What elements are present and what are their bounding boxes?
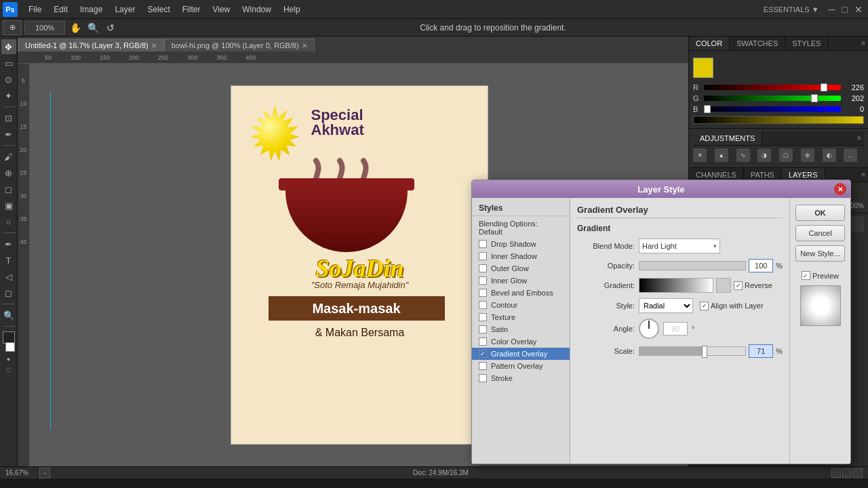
adj-levels[interactable]: ▲ xyxy=(715,148,728,162)
move-tool[interactable]: ✥ xyxy=(1,39,16,54)
adj-curves[interactable]: ∿ xyxy=(736,148,750,162)
outer-glow-checkbox[interactable] xyxy=(479,264,487,272)
minimize-button[interactable]: ─ xyxy=(826,4,838,15)
gradient-options-button[interactable]: ▾ xyxy=(716,278,731,293)
zoom-out-button[interactable]: − xyxy=(39,468,50,479)
maximize-button[interactable]: □ xyxy=(840,4,850,15)
style-select[interactable]: Radial Linear Angle Reflected Diamond xyxy=(639,298,693,313)
style-drop-shadow[interactable]: Drop Shadow xyxy=(472,238,570,250)
style-contour[interactable]: Contour xyxy=(472,299,570,311)
tab-bowl[interactable]: bowl-hi.png @ 100% (Layer 0, RGB/8) ✕ xyxy=(164,39,315,52)
marquee-tool[interactable]: ▭ xyxy=(1,56,16,70)
eraser-tool[interactable]: ◻ xyxy=(1,182,16,197)
menu-edit[interactable]: Edit xyxy=(48,3,73,16)
green-value[interactable]: 202 xyxy=(844,94,864,102)
cancel-button[interactable]: Cancel xyxy=(795,225,845,241)
style-gradient-overlay[interactable]: Gradient Overlay xyxy=(472,348,570,360)
gradient-tool[interactable]: ▣ xyxy=(1,198,16,213)
gradient-overlay-checkbox[interactable] xyxy=(479,350,487,358)
shape-tool[interactable]: ◻ xyxy=(1,285,16,300)
quick-mask[interactable]: ● xyxy=(7,356,10,363)
drop-shadow-checkbox[interactable] xyxy=(479,240,487,248)
blue-value[interactable]: 0 xyxy=(844,105,864,113)
scale-input[interactable]: 71 xyxy=(749,344,773,358)
adj-bw[interactable]: ◐ xyxy=(823,148,836,162)
brush-tool[interactable]: 🖌 xyxy=(1,149,16,164)
zoom-tool[interactable]: 🔍 xyxy=(85,20,100,35)
adj-brightness[interactable]: ☀ xyxy=(693,148,707,162)
style-stroke[interactable]: Stroke xyxy=(472,372,570,384)
pen-tool[interactable]: ✒ xyxy=(1,237,16,251)
color-overlay-checkbox[interactable] xyxy=(479,338,487,346)
adj-more[interactable]: ... xyxy=(844,148,857,162)
satin-checkbox[interactable] xyxy=(479,325,487,333)
menu-image[interactable]: Image xyxy=(75,3,108,16)
angle-input[interactable]: 90 xyxy=(663,322,688,336)
style-color-overlay[interactable]: Color Overlay xyxy=(472,336,570,348)
color-ramp[interactable] xyxy=(693,116,864,124)
tab-untitled-close[interactable]: ✕ xyxy=(151,42,157,49)
style-inner-shadow[interactable]: Inner Shadow xyxy=(472,250,570,262)
rotate-tool[interactable]: ↺ xyxy=(103,20,118,35)
angle-dial[interactable] xyxy=(639,319,659,339)
red-track[interactable] xyxy=(704,85,841,90)
blue-thumb[interactable] xyxy=(704,105,711,113)
red-value[interactable]: 226 xyxy=(844,83,864,92)
green-track[interactable] xyxy=(704,96,841,101)
tab-swatches[interactable]: SWATCHES xyxy=(730,37,785,50)
menu-window[interactable]: Window xyxy=(237,3,277,16)
style-pattern-overlay[interactable]: Pattern Overlay xyxy=(472,360,570,372)
path-tool[interactable]: ◁ xyxy=(1,269,16,284)
opacity-slider[interactable] xyxy=(639,261,746,270)
zoom-input[interactable]: 100% xyxy=(24,21,65,35)
tool-mode-button[interactable]: ⊕ xyxy=(3,20,22,35)
green-thumb[interactable] xyxy=(811,94,818,102)
inner-glow-checkbox[interactable] xyxy=(479,277,487,285)
crop-tool[interactable]: ⊡ xyxy=(1,110,16,125)
background-color[interactable] xyxy=(5,342,15,352)
inner-shadow-checkbox[interactable] xyxy=(479,252,487,260)
foreground-swatch[interactable] xyxy=(693,58,713,78)
lasso-tool[interactable]: ⊙ xyxy=(1,72,16,87)
menu-layer[interactable]: Layer xyxy=(109,3,140,16)
contour-checkbox[interactable] xyxy=(479,301,487,309)
blend-mode-select[interactable]: Hard Light ▾ xyxy=(639,239,720,253)
menu-view[interactable]: View xyxy=(207,3,235,16)
dialog-close-button[interactable]: ✕ xyxy=(834,183,846,195)
reverse-checkbox[interactable] xyxy=(734,281,743,290)
red-thumb[interactable] xyxy=(821,83,827,92)
tab-color[interactable]: COLOR xyxy=(689,37,730,50)
tab-bowl-close[interactable]: ✕ xyxy=(302,42,307,49)
style-texture[interactable]: Texture xyxy=(472,311,570,323)
menu-help[interactable]: Help xyxy=(278,3,306,16)
scale-slider[interactable] xyxy=(639,346,746,356)
bottom-tool-3[interactable] xyxy=(853,468,863,478)
bottom-tool-2[interactable] xyxy=(842,468,852,478)
bottom-tool-1[interactable] xyxy=(831,468,841,478)
stroke-checkbox[interactable] xyxy=(479,374,487,382)
adj-panel-menu[interactable]: ≡ xyxy=(854,131,864,145)
hand-tool[interactable]: ✋ xyxy=(68,20,83,35)
bevel-emboss-checkbox[interactable] xyxy=(479,289,487,297)
tab-untitled[interactable]: Untitled-1 @ 16.7% (Layer 3, RGB/8) ✕ xyxy=(18,39,164,52)
eyedropper-tool[interactable]: ✒ xyxy=(1,127,16,142)
new-style-button[interactable]: New Style... xyxy=(795,245,845,262)
type-tool[interactable]: T xyxy=(1,253,16,268)
tab-adjustments[interactable]: ADJUSTMENTS xyxy=(693,131,762,145)
clone-tool[interactable]: ⊕ xyxy=(1,165,16,180)
scale-thumb[interactable] xyxy=(702,346,707,358)
texture-checkbox[interactable] xyxy=(479,313,487,321)
adj-exposure[interactable]: ◑ xyxy=(757,148,771,162)
align-checkbox[interactable] xyxy=(700,302,709,310)
pattern-overlay-checkbox[interactable] xyxy=(479,362,487,370)
color-panel-menu[interactable]: ≡ xyxy=(859,37,868,50)
magic-wand-tool[interactable]: ✦ xyxy=(1,88,16,103)
style-outer-glow[interactable]: Outer Glow xyxy=(472,262,570,274)
style-blending-options[interactable]: Blending Options: Default xyxy=(472,218,570,238)
blue-track[interactable] xyxy=(704,106,841,112)
screen-mode[interactable]: □ xyxy=(7,367,10,373)
opacity-input[interactable]: 100 xyxy=(749,259,773,272)
tab-styles[interactable]: STYLES xyxy=(785,37,828,50)
dodge-tool[interactable]: ○ xyxy=(1,214,16,229)
adj-color-balance[interactable]: ⊕ xyxy=(801,148,814,162)
